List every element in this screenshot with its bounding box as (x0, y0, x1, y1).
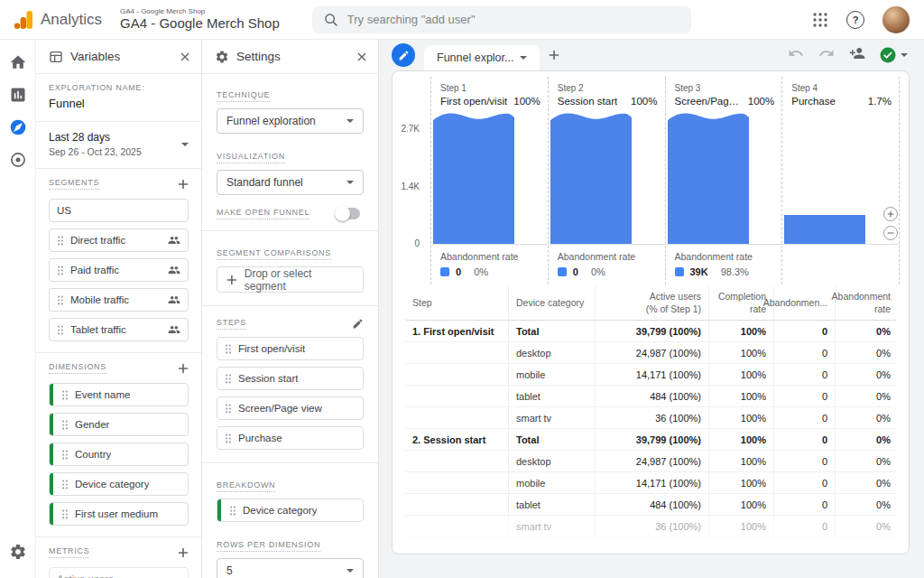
step-name: Session start (558, 96, 617, 107)
segment-drop-text: Drop or select segment (245, 267, 354, 293)
step-number-label: Step 3 (675, 83, 775, 93)
cell-active-users: 24,987 (100%) (595, 451, 708, 471)
close-settings-icon[interactable] (356, 51, 367, 62)
table-row[interactable]: tablet 484 (100%) 100% 0 0% (405, 386, 896, 407)
dimension-accent-bar (50, 414, 53, 435)
saved-status[interactable] (880, 47, 908, 63)
analytics-logo[interactable]: Analytics (13, 9, 102, 31)
table-row[interactable]: smart tv 36 (100%) 100% 0 0% (405, 516, 896, 537)
table-row[interactable]: desktop 24,987 (100%) 100% 0 0% (405, 342, 896, 364)
add-dimension-icon[interactable] (178, 363, 189, 374)
funnel-bar[interactable] (433, 121, 514, 244)
drag-handle-icon[interactable] (57, 324, 64, 336)
step-completion-pct: 100% (513, 96, 540, 107)
drag-handle-icon[interactable] (61, 479, 69, 490)
technique-select[interactable]: Funnel exploration (217, 108, 364, 134)
search-bar[interactable] (312, 6, 691, 33)
drag-handle-icon[interactable] (225, 343, 232, 355)
exploration-name-value[interactable]: Funnel (49, 97, 189, 110)
segment-chip[interactable]: Paid traffic (49, 258, 189, 282)
cell-active-users: 484 (100%) (595, 494, 708, 515)
table-row[interactable]: tablet 484 (100%) 100% 0 0% (405, 494, 896, 516)
drag-handle-icon[interactable] (225, 433, 232, 444)
segment-chip[interactable]: Tablet traffic (49, 318, 189, 341)
table-row[interactable]: 1. First open/visit Total 39,799 (100%) … (405, 321, 896, 342)
exploration-name-section[interactable]: EXPLORATION NAME: Funnel (36, 74, 201, 122)
cell-abandonment-rate: 0% (835, 342, 898, 363)
funnel-step-chip[interactable]: Purchase (217, 426, 364, 450)
nav-advertising-icon[interactable] (0, 144, 36, 175)
close-variables-icon[interactable] (180, 51, 190, 62)
date-range-primary: Last 28 days (49, 131, 142, 144)
dimension-chip[interactable]: First user medium (49, 502, 189, 526)
visualization-select[interactable]: Standard funnel (217, 170, 364, 195)
drag-handle-icon[interactable] (57, 235, 64, 247)
edit-steps-pencil-icon[interactable] (352, 318, 364, 330)
admin-gear-icon[interactable] (0, 536, 36, 567)
variables-panel: Variables EXPLORATION NAME: Funnel Last … (36, 40, 202, 578)
redo-icon[interactable] (818, 45, 835, 65)
metrics-label: METRICS (49, 546, 89, 558)
exploration-tab[interactable]: Funnel explor... (424, 45, 540, 70)
drag-handle-icon[interactable] (57, 265, 64, 276)
table-row[interactable]: smart tv 36 (100%) 100% 0 0% (405, 407, 896, 429)
dimension-chip[interactable]: Country (49, 443, 189, 466)
table-row[interactable]: mobile 14,171 (100%) 100% 0 0% (405, 364, 896, 386)
people-icon (168, 264, 180, 276)
drag-handle-icon[interactable] (61, 389, 69, 401)
add-metric-icon[interactable] (178, 547, 189, 558)
funnel-step-chip[interactable]: First open/visit (217, 337, 364, 360)
dimension-chip[interactable]: Event name (49, 383, 189, 406)
abandonment-rate-label: Abandonment rate (558, 251, 658, 262)
user-avatar[interactable] (882, 6, 910, 33)
metric-chip[interactable]: Active users (49, 567, 189, 578)
drag-handle-icon[interactable] (57, 294, 64, 306)
table-row[interactable]: desktop 24,987 (100%) 100% 0 0% (405, 451, 896, 472)
add-segment-icon[interactable] (178, 179, 189, 190)
segment-chip[interactable]: Mobile traffic (49, 288, 189, 312)
rows-per-dimension-select[interactable]: 5 (217, 558, 364, 578)
dimension-chip[interactable]: Device category (49, 472, 189, 496)
add-tab-icon[interactable] (549, 50, 559, 61)
date-range-section[interactable]: Last 28 days Sep 26 - Oct 23, 2025 (36, 122, 201, 169)
property-selector[interactable]: GA4 - Google Merch Shop GA4 - Google Mer… (120, 7, 280, 31)
drag-handle-icon[interactable] (225, 373, 232, 385)
drag-handle-icon[interactable] (61, 508, 69, 520)
drag-handle-icon[interactable] (61, 419, 69, 431)
search-input[interactable] (347, 13, 680, 26)
nav-home-icon[interactable] (0, 47, 36, 78)
table-row[interactable]: 2. Session start Total 39,799 (100%) 100… (405, 429, 896, 451)
edit-pencil-badge[interactable] (392, 43, 415, 67)
dimension-chip-label: Device category (75, 479, 149, 489)
drag-handle-icon[interactable] (61, 449, 69, 461)
funnel-bar[interactable] (668, 121, 749, 244)
segment-drop-zone[interactable]: Drop or select segment (217, 266, 364, 293)
zoom-in-icon[interactable] (883, 207, 898, 221)
step-number-label: Step 1 (440, 83, 541, 93)
drag-handle-icon[interactable] (225, 403, 232, 415)
funnel-step-chip[interactable]: Session start (217, 367, 364, 390)
breakdown-chip[interactable]: Device category (217, 499, 364, 522)
share-person-add-icon[interactable] (849, 45, 865, 65)
apps-grid-icon[interactable] (812, 12, 828, 28)
dimension-chip[interactable]: Gender (49, 413, 189, 436)
cell-completion-rate: 100% (708, 494, 773, 515)
funnel-bar[interactable] (784, 215, 865, 244)
undo-icon[interactable] (788, 45, 804, 65)
help-icon[interactable]: ? (846, 11, 864, 29)
nav-explore-icon[interactable] (0, 112, 36, 143)
funnel-step-chip[interactable]: Screen/Page view (217, 396, 364, 420)
segment-chip[interactable]: US (49, 199, 189, 222)
nav-reports-icon[interactable] (0, 79, 36, 110)
dimension-chip-label: Country (75, 449, 111, 460)
segment-chip[interactable]: Direct traffic (49, 228, 189, 252)
funnel-bar[interactable] (550, 121, 632, 244)
property-name: GA4 - Google Merch Shop (120, 15, 280, 31)
segment-chip-label: US (57, 205, 71, 216)
drag-handle-icon[interactable] (229, 505, 236, 517)
table-row[interactable]: mobile 14,171 (100%) 100% 0 0% (405, 472, 896, 494)
zoom-out-icon[interactable] (883, 226, 898, 240)
rows-per-dimension-label: ROWS PER DIMENSION (217, 540, 320, 552)
open-funnel-toggle[interactable] (337, 208, 360, 219)
cell-active-users: 484 (100%) (595, 386, 708, 406)
